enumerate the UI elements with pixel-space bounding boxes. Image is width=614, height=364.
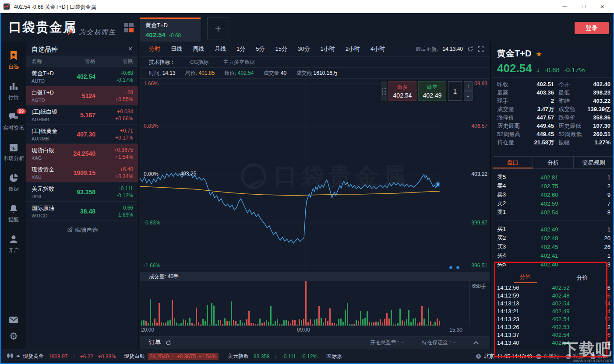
change-value: +28 <box>95 89 133 96</box>
watchlist-row[interactable]: 现货黄金XAU1909.15+6.40+0.34% <box>26 163 138 182</box>
bid-price: 402.45 <box>515 244 584 250</box>
watchlist-row[interactable]: 国际原油WTICO38.48-0.66-1.69% <box>26 202 138 221</box>
stat-label: 历史最高 <box>497 122 524 130</box>
collapse-chevron-icon[interactable] <box>473 341 479 344</box>
period-tab-5分[interactable]: 5分 <box>256 45 265 53</box>
buy-long-button[interactable]: 做多402.54 <box>388 81 416 101</box>
quantity-field[interactable]: 1 <box>448 81 462 101</box>
tick-time: 14:13:37 <box>497 332 529 338</box>
grid-menu-icon[interactable] <box>124 23 134 32</box>
status-ticker: 现货黄金1908.97↑+6.22+0.33% <box>23 353 116 360</box>
tick-tab-分价[interactable]: 分价 <box>554 272 611 284</box>
drag-handle[interactable] <box>381 81 387 101</box>
watchlist-row[interactable]: 现货白银XAG24.2540+0.3675+1.54% <box>26 144 138 163</box>
quote-stats: 昨收402.51今开402.40最高403.36最低398.23现手2昨结403… <box>497 80 610 147</box>
orders-refresh-icon[interactable] <box>166 340 171 346</box>
sidebar-item-chat[interactable]: 99实时资讯 <box>3 112 24 132</box>
period-tab-1小时[interactable]: 1小时 <box>320 45 335 53</box>
sidebar-item-label: 提醒 <box>8 216 19 224</box>
sidebar-nav: 自选行情99实时资讯$市场分析数据提醒开户 <box>3 50 24 265</box>
circle-icon <box>536 354 541 359</box>
period-tab-月线[interactable]: 月线 <box>215 45 226 53</box>
quote-name: 黄金T+D★ <box>497 48 542 60</box>
period-tab-周线[interactable]: 周线 <box>193 45 204 53</box>
tick-price: 402.53 <box>529 324 593 330</box>
stat-label: 振幅 <box>554 139 585 147</box>
baseline-label: - - 403.25 <box>174 171 196 177</box>
quote-tab-盘口[interactable]: 盘口 <box>493 157 533 168</box>
period-tab-15分[interactable]: 15分 <box>275 45 287 53</box>
fullscreen-icon[interactable] <box>478 46 484 52</box>
stat-value: 398.23 <box>585 89 610 96</box>
sidebar-item-person[interactable]: 开户 <box>8 234 19 254</box>
period-tab-1分[interactable]: 1分 <box>236 45 245 53</box>
instrument-tab-price: 402.54 <box>145 31 166 38</box>
intraday-chart[interactable]: 口袋贵金属 1.66%0.83%0.00%-0.83%-1.66% 409.93… <box>140 79 490 271</box>
watchlist-row[interactable]: [工]纸黄金AURMB407.30+0.71+0.17% <box>26 125 138 144</box>
pager-dot[interactable] <box>456 266 459 269</box>
watchlist-close-icon[interactable]: × <box>128 45 132 53</box>
quote-tab-分析[interactable]: 分析 <box>533 157 573 168</box>
watchlist-row[interactable]: 白银T+DAGTD5124+28+0.55% <box>26 86 138 105</box>
watchlist-row[interactable]: 美元指数DINI93.358-0.111-0.12% <box>26 182 138 202</box>
period-tab-分时[interactable]: 分时 <box>149 45 160 53</box>
maximize-button[interactable]: □ <box>576 0 591 13</box>
sell-short-button[interactable]: 做空402.49 <box>418 81 446 101</box>
stat-label: 最高 <box>497 89 524 97</box>
indicator-cg[interactable]: CG指标 <box>190 59 208 66</box>
sidebar-item-pie[interactable]: 数据 <box>8 173 19 193</box>
favorite-star-icon[interactable]: ★ <box>536 50 542 58</box>
period-tab-2小时[interactable]: 2小时 <box>346 45 360 53</box>
sidebar-item-bookmark[interactable]: 自选 <box>8 50 19 70</box>
indicator-main-force[interactable]: 主力多空数据 <box>223 59 255 66</box>
change-percent: +0.34% <box>95 173 133 180</box>
change-percent: +0.55% <box>95 96 133 103</box>
status-link-客服[interactable]: 客服 <box>566 353 583 360</box>
percent-label: -0.83% <box>144 220 160 226</box>
watchlist-row[interactable]: 黄金T+DAUTD402.54-0.68-0.17% <box>26 67 138 86</box>
tick-tab-分笔[interactable]: 分笔 <box>497 272 554 284</box>
tick-panel: 分笔分价 14:12:56402.52614:12:59402.48614:13… <box>497 272 610 346</box>
sidebar-item-calendar[interactable]: $市场分析 <box>3 142 24 162</box>
stat-label: 涨停价 <box>497 114 524 122</box>
quote-tab-交易规则[interactable]: 交易规则 <box>574 157 614 168</box>
info-time: 14:13 <box>162 70 176 76</box>
add-tab-button[interactable]: + <box>207 18 229 39</box>
ticker-toggle[interactable] <box>6 353 20 359</box>
instrument-tab[interactable]: 黄金T+D 402.54-0.68 <box>140 18 201 42</box>
instrument-price: 402.54 <box>60 73 95 80</box>
tick-volume: 6 <box>593 292 610 299</box>
tick-time: 14:12:56 <box>497 284 529 291</box>
minimize-button[interactable]: ─ <box>557 0 572 13</box>
status-link-直播间[interactable]: 直播间 <box>536 353 559 360</box>
login-button[interactable]: 登录 <box>575 22 609 34</box>
pager-dot[interactable] <box>449 266 452 269</box>
pie-icon <box>8 173 19 183</box>
edit-watchlist-button[interactable]: 编辑自选 <box>26 221 138 239</box>
percent-label: -1.66% <box>144 262 160 269</box>
volume-chart[interactable]: 658手 <box>140 281 490 326</box>
ask-price: 402.60 <box>515 192 584 198</box>
period-tab-日线[interactable]: 日线 <box>171 45 182 53</box>
price-label: 403.22 <box>471 171 487 177</box>
stat-row: 涨停价447.57跌停价358.86 <box>497 113 610 122</box>
quote-percent: -0.17% <box>564 66 585 74</box>
quantity-increase-button[interactable]: + <box>464 81 473 91</box>
ticker-arrow-icon: ↑ <box>72 354 75 360</box>
settings-gear-icon[interactable]: ⚙ <box>9 331 18 342</box>
status-link-帮助[interactable]: 帮助 <box>590 353 608 360</box>
mail-icon[interactable] <box>9 316 18 324</box>
sidebar-item-bars[interactable]: 行情 <box>8 81 19 101</box>
bid-row: 买1402.491 <box>497 225 610 234</box>
period-tab-4小时[interactable]: 4小时 <box>371 45 385 53</box>
quantity-decrease-button[interactable]: - <box>464 91 473 101</box>
stat-value: 139.39亿 <box>585 105 610 113</box>
watchlist-row[interactable]: [工]纸白银AGRMB5.167+0.034+0.66% <box>26 105 138 125</box>
sidebar-item-bell[interactable]: 提醒 <box>8 203 19 224</box>
close-button[interactable]: × <box>595 0 610 13</box>
price-label: 396.51 <box>471 262 487 269</box>
tick-volume: 2 <box>593 324 610 330</box>
refresh-icon[interactable] <box>467 46 473 52</box>
period-tab-30分[interactable]: 30分 <box>298 45 310 53</box>
bid-row: 买5402.403 <box>497 260 610 269</box>
